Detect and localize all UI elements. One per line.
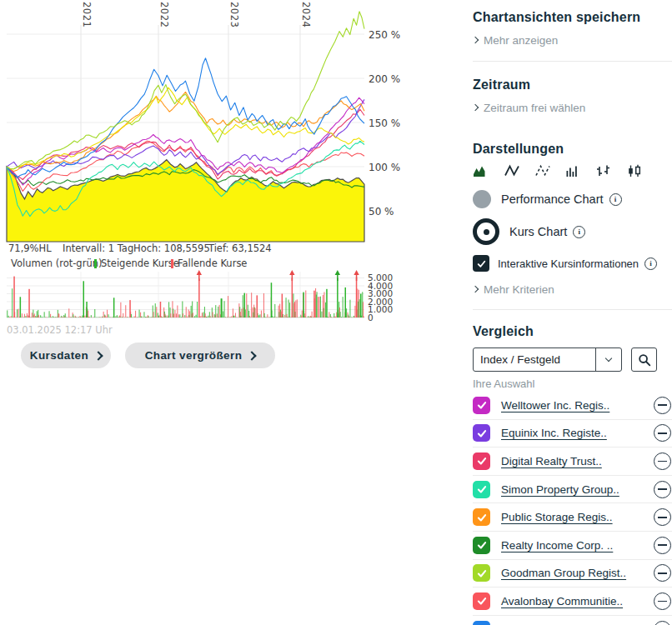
chart-enlarge-button-label: Chart vergrößern <box>145 349 243 362</box>
darstellungen-title: Darstellungen <box>473 142 672 157</box>
svg-text:150 %: 150 % <box>369 118 400 129</box>
series-link[interactable]: Equinix Inc. Registe.. <box>501 427 607 439</box>
remove-series-icon[interactable] <box>654 537 671 554</box>
info-icon[interactable]: i <box>644 258 657 270</box>
kursdaten-button-label: Kursdaten <box>30 349 88 362</box>
svg-text:250 %: 250 % <box>369 29 400 41</box>
series-checkbox[interactable] <box>473 424 490 442</box>
svg-text:2022: 2022 <box>158 2 170 28</box>
area-chart-icon[interactable] <box>473 163 492 178</box>
list-item: Welltower Inc. Regis.. <box>473 392 672 420</box>
comparison-list: Welltower Inc. Regis.. Equinix Inc. Regi… <box>473 392 672 625</box>
svg-text:2021: 2021 <box>81 2 93 28</box>
performance-chart-label: Performance Chart <box>501 192 604 206</box>
chart-settings-sidebar: Chartansichten speichern Mehr anzeigen Z… <box>473 0 672 625</box>
series-link[interactable]: Public Storage Regis.. <box>501 511 613 523</box>
list-item: Digital Realty Trust.. <box>473 448 672 476</box>
svg-text:0: 0 <box>368 312 374 322</box>
search-icon <box>638 353 651 367</box>
interval-value: Intervall: 1 Tag <box>63 242 133 254</box>
series-link[interactable]: Avalonbay Communitie.. <box>501 595 623 608</box>
svg-text:100 %: 100 % <box>369 162 400 173</box>
show-more-link[interactable]: Mehr anzeigen <box>473 34 672 47</box>
chevron-down-icon <box>605 354 612 361</box>
svg-text:2023: 2023 <box>228 2 240 28</box>
series-checkbox[interactable] <box>473 452 490 470</box>
chart-timestamp: 03.01.2025 12:17 Uhr <box>7 324 113 336</box>
dropdown-toggle[interactable] <box>595 348 621 371</box>
list-item: Goodman Group Regist.. <box>473 560 672 588</box>
vergleich-title: Vergleich <box>473 324 672 339</box>
up-volume-mark-icon <box>94 259 97 268</box>
chart-type-icon-row <box>473 163 672 178</box>
divider <box>473 309 672 310</box>
svg-text:50 %: 50 % <box>369 206 394 218</box>
low-value: Tief: 63,1524 <box>208 242 272 254</box>
dashed-line-chart-icon[interactable] <box>534 163 554 178</box>
selection-label: Ihre Auswahl <box>473 378 672 390</box>
performance-chart-radio[interactable] <box>473 190 491 208</box>
interactive-info-checkbox[interactable] <box>473 255 489 272</box>
remove-series-icon[interactable] <box>654 564 671 582</box>
list-item: Simon Property Group.. <box>473 476 672 504</box>
chevron-right-icon <box>472 36 479 42</box>
performance-chart[interactable]: 2021202220232024250 %200 %150 %100 %50 % <box>0 0 400 255</box>
chart-module: 2021202220232024250 %200 %150 %100 %50 %… <box>0 0 672 625</box>
up-volume-label: Steigende Kurse <box>101 258 179 269</box>
remove-series-icon[interactable] <box>654 592 671 610</box>
series-checkbox[interactable] <box>473 564 490 582</box>
list-item: Public Storage Regis.. <box>473 503 672 532</box>
list-item: Avalonbay Communitie.. <box>473 588 672 616</box>
series-link[interactable]: Simon Property Group.. <box>501 483 619 496</box>
kurs-chart-radio[interactable] <box>473 218 499 245</box>
interactive-info-label: Interaktive Kursinformationen <box>498 258 639 270</box>
comparison-category-dropdown[interactable]: Index / Festgeld <box>473 348 622 372</box>
option-performance-chart: Performance Chart i <box>473 190 672 208</box>
series-link[interactable]: Digital Realty Trust.. <box>501 455 602 468</box>
more-criteria-link[interactable]: Mehr Kriterien <box>473 283 672 296</box>
chevron-right-icon <box>472 103 479 110</box>
chart-enlarge-button[interactable]: Chart vergrößern <box>125 342 275 368</box>
dropdown-value: Index / Festgeld <box>474 353 595 366</box>
remove-series-icon[interactable] <box>654 481 671 498</box>
option-interactive-info: Interaktive Kursinformationen i <box>473 255 672 272</box>
list-item: Equinix Inc. Registe.. <box>473 420 672 448</box>
series-link[interactable]: Realty Income Corp. .. <box>501 539 613 552</box>
info-icon[interactable]: i <box>609 193 622 206</box>
remove-series-icon[interactable] <box>654 424 671 442</box>
series-checkbox[interactable] <box>473 537 490 554</box>
series-checkbox[interactable] <box>473 481 490 498</box>
chevron-right-icon <box>248 351 257 360</box>
series-checkbox[interactable] <box>473 621 490 625</box>
remove-series-icon[interactable] <box>654 621 671 625</box>
ohlc-chart-icon[interactable] <box>596 163 615 178</box>
candlestick-chart-icon[interactable] <box>627 163 646 178</box>
divider <box>473 61 672 62</box>
chevron-right-icon <box>94 351 103 360</box>
series-checkbox[interactable] <box>473 592 490 610</box>
hl-value: 71,9%HL <box>8 242 52 254</box>
series-link[interactable]: Welltower Inc. Regis.. <box>501 399 609 412</box>
remove-series-icon[interactable] <box>654 397 671 414</box>
svg-text:200 %: 200 % <box>369 73 400 85</box>
zeitraum-title: Zeitraum <box>473 78 672 92</box>
comparison-controls: Index / Festgeld <box>473 348 672 372</box>
series-checkbox[interactable] <box>473 397 490 414</box>
volume-chart[interactable]: 5.0004.0003.0002.0001.0000 <box>0 268 400 323</box>
list-item: Realty Income Corp. .. <box>473 532 672 560</box>
option-kurs-chart: Kurs Chart i <box>473 218 672 245</box>
chart-panel: 2021202220232024250 %200 %150 %100 %50 %… <box>0 0 467 625</box>
down-volume-label: Fallende Kurse <box>178 258 247 269</box>
series-checkbox[interactable] <box>473 508 490 526</box>
info-icon[interactable]: i <box>573 226 585 238</box>
chevron-right-icon <box>472 285 479 292</box>
free-period-link[interactable]: Zeitraum frei wählen <box>473 102 672 114</box>
kursdaten-button[interactable]: Kursdaten <box>21 342 111 368</box>
line-chart-icon[interactable] <box>504 163 523 178</box>
remove-series-icon[interactable] <box>654 508 671 526</box>
comparison-search-button[interactable] <box>631 348 657 372</box>
series-link[interactable]: Goodman Group Regist.. <box>501 567 626 579</box>
remove-series-icon[interactable] <box>654 452 671 470</box>
bar-chart-icon[interactable] <box>565 163 584 178</box>
svg-text:2024: 2024 <box>300 2 312 28</box>
